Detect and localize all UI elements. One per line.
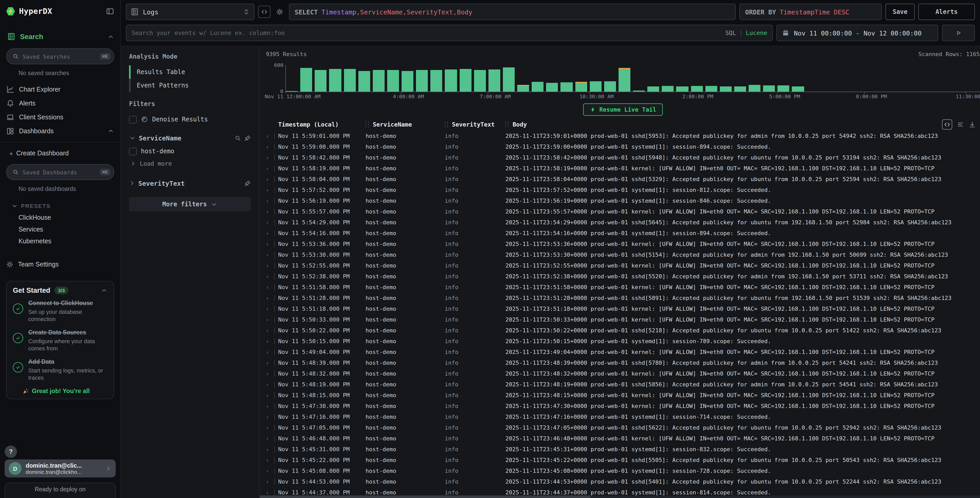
row-expand-icon[interactable]: ›│ bbox=[266, 155, 278, 161]
histogram-bar[interactable] bbox=[720, 86, 732, 92]
histogram-bar[interactable] bbox=[517, 85, 529, 92]
row-expand-icon[interactable]: ›│ bbox=[266, 403, 278, 409]
histogram-bucket[interactable] bbox=[648, 65, 662, 92]
histogram-bar[interactable] bbox=[315, 70, 327, 92]
table-row[interactable]: ›│Nov 11 5:51:58.000 PMhost-demoinfo2025… bbox=[266, 282, 980, 293]
create-dashboard-button[interactable]: + Create Dashboard bbox=[6, 147, 114, 160]
preset-item-kubernetes[interactable]: Kubernetes bbox=[6, 235, 114, 247]
pin-icon[interactable] bbox=[244, 180, 251, 187]
pin-icon[interactable] bbox=[244, 134, 251, 141]
histogram-bar[interactable] bbox=[474, 70, 486, 92]
alerts-button[interactable]: Alerts bbox=[918, 3, 975, 20]
table-row[interactable]: ›│Nov 11 5:48:15.000 PMhost-demoinfo2025… bbox=[266, 390, 980, 401]
histogram-bucket[interactable] bbox=[792, 65, 807, 92]
row-expand-icon[interactable]: ›│ bbox=[266, 133, 278, 139]
row-expand-icon[interactable]: ›│ bbox=[266, 198, 278, 204]
histogram-bucket[interactable] bbox=[633, 65, 648, 92]
row-expand-icon[interactable]: ›│ bbox=[266, 349, 278, 355]
row-expand-icon[interactable]: ›│ bbox=[266, 230, 278, 236]
histogram-bucket[interactable] bbox=[561, 65, 575, 92]
row-expand-icon[interactable]: ›│ bbox=[266, 393, 278, 398]
histogram-bar[interactable] bbox=[329, 69, 341, 92]
histogram-bucket[interactable] bbox=[575, 65, 590, 92]
row-expand-icon[interactable]: ›│ bbox=[266, 338, 278, 344]
row-expand-icon[interactable]: ›│ bbox=[266, 166, 278, 171]
more-filters-button[interactable]: More filters bbox=[129, 197, 251, 211]
column-header-servicename[interactable]: ServiceName bbox=[366, 121, 445, 128]
help-button[interactable]: ? bbox=[5, 445, 17, 458]
histogram-bucket[interactable] bbox=[835, 65, 850, 92]
row-expand-icon[interactable]: ›│ bbox=[266, 209, 278, 214]
row-expand-icon[interactable]: ›│ bbox=[266, 382, 278, 387]
table-row[interactable]: ›│Nov 11 5:54:16.000 PMhost-demoinfo2025… bbox=[266, 228, 980, 239]
chevron-up-icon[interactable] bbox=[107, 33, 114, 40]
row-expand-icon[interactable]: ›│ bbox=[266, 360, 278, 366]
table-row[interactable]: ›│Nov 11 5:53:30.000 PMhost-demoinfo2025… bbox=[266, 249, 980, 260]
denoise-checkbox[interactable] bbox=[129, 115, 137, 123]
histogram-bucket[interactable] bbox=[893, 65, 908, 92]
sidebar-item-search[interactable]: Search bbox=[7, 30, 114, 43]
table-row[interactable]: ›│Nov 11 5:48:19.000 PMhost-demoinfo2025… bbox=[266, 379, 980, 390]
histogram-bucket[interactable] bbox=[460, 65, 474, 92]
histogram-bucket[interactable] bbox=[445, 65, 460, 92]
histogram-bucket[interactable] bbox=[503, 65, 517, 92]
histogram-bucket[interactable] bbox=[922, 65, 937, 92]
histogram-bucket[interactable] bbox=[778, 65, 792, 92]
table-row[interactable]: ›│Nov 11 5:53:36.000 PMhost-demoinfo2025… bbox=[266, 239, 980, 249]
histogram-bucket[interactable] bbox=[807, 65, 821, 92]
histogram-bucket[interactable] bbox=[821, 65, 835, 92]
row-expand-icon[interactable]: ›│ bbox=[266, 457, 278, 463]
histogram-bar[interactable] bbox=[460, 69, 471, 92]
sidebar-item-client-sessions[interactable]: Client Sessions bbox=[6, 110, 114, 124]
column-options-icon[interactable] bbox=[957, 121, 964, 128]
histogram-bar[interactable] bbox=[778, 86, 789, 92]
histogram-bucket[interactable] bbox=[763, 65, 778, 92]
table-row[interactable]: ›│Nov 11 5:47:05.000 PMhost-demoinfo2025… bbox=[266, 422, 980, 433]
histogram-bucket[interactable] bbox=[734, 65, 749, 92]
histogram-bar[interactable] bbox=[792, 86, 804, 92]
table-row[interactable]: ›│Nov 11 5:58:19.000 PMhost-demoinfo2025… bbox=[266, 163, 980, 174]
row-expand-icon[interactable]: ›│ bbox=[266, 241, 278, 247]
histogram-bar[interactable] bbox=[749, 85, 760, 92]
row-expand-icon[interactable]: ›│ bbox=[266, 252, 278, 258]
table-row[interactable]: ›│Nov 11 5:48:32.000 PMhost-demoinfo2025… bbox=[266, 368, 980, 379]
sidebar-item-team-settings[interactable]: Team Settings bbox=[6, 257, 114, 271]
row-expand-icon[interactable]: ›│ bbox=[266, 284, 278, 290]
histogram-bucket[interactable] bbox=[358, 65, 372, 92]
analysis-mode-results-table[interactable]: Results Table bbox=[129, 65, 251, 79]
row-expand-icon[interactable]: ›│ bbox=[266, 295, 278, 301]
histogram-bar[interactable] bbox=[734, 86, 746, 92]
row-expand-icon[interactable]: ›│ bbox=[266, 220, 278, 225]
row-expand-icon[interactable]: ›│ bbox=[266, 479, 278, 485]
raw-view-toggle[interactable] bbox=[942, 119, 952, 130]
presets-toggle[interactable]: PRESETS bbox=[11, 200, 114, 211]
save-button[interactable]: Save bbox=[885, 3, 915, 20]
histogram-bucket[interactable] bbox=[546, 65, 561, 92]
saved-dashboards-input[interactable]: Saved Dashboards ⌘K bbox=[6, 164, 114, 180]
row-expand-icon[interactable]: ›│ bbox=[266, 317, 278, 322]
row-expand-icon[interactable]: ›│ bbox=[266, 187, 278, 193]
histogram-bucket[interactable] bbox=[749, 65, 763, 92]
sql-mode-button[interactable]: SQL bbox=[725, 29, 736, 37]
table-row[interactable]: ›│Nov 11 5:51:18.000 PMhost-demoinfo2025… bbox=[266, 303, 980, 314]
histogram-bar[interactable] bbox=[590, 81, 601, 92]
column-header-timestamp[interactable]: Timestamp (Local) bbox=[278, 121, 366, 128]
table-row[interactable]: ›│Nov 11 5:54:29.000 PMhost-demoinfo2025… bbox=[266, 217, 980, 228]
row-expand-icon[interactable]: ›│ bbox=[266, 306, 278, 312]
histogram-bar[interactable] bbox=[373, 70, 385, 92]
code-mode-button[interactable] bbox=[258, 6, 270, 18]
row-expand-icon[interactable]: ›│ bbox=[266, 176, 278, 182]
filter-value-checkbox[interactable] bbox=[129, 147, 137, 155]
histogram-bucket[interactable] bbox=[431, 65, 445, 92]
sidebar-item-chart-explorer[interactable]: Chart Explorer bbox=[6, 82, 114, 96]
table-row[interactable]: ›│Nov 11 5:56:19.000 PMhost-demoinfo2025… bbox=[266, 195, 980, 206]
load-more-button[interactable]: Load more bbox=[129, 158, 251, 169]
select-clause-input[interactable]: SELECT Timestamp,ServiceName,SeverityTex… bbox=[289, 3, 736, 20]
histogram-bar[interactable] bbox=[503, 67, 515, 92]
row-expand-icon[interactable]: ›│ bbox=[266, 425, 278, 431]
histogram-bucket[interactable] bbox=[691, 65, 705, 92]
histogram-bucket[interactable] bbox=[315, 65, 329, 92]
time-range-picker[interactable]: Nov 11 00:00:00 - Nov 12 00:00:00 bbox=[776, 25, 939, 41]
row-expand-icon[interactable]: ›│ bbox=[266, 144, 278, 150]
sidebar-item-dashboards[interactable]: Dashboards bbox=[6, 124, 114, 138]
